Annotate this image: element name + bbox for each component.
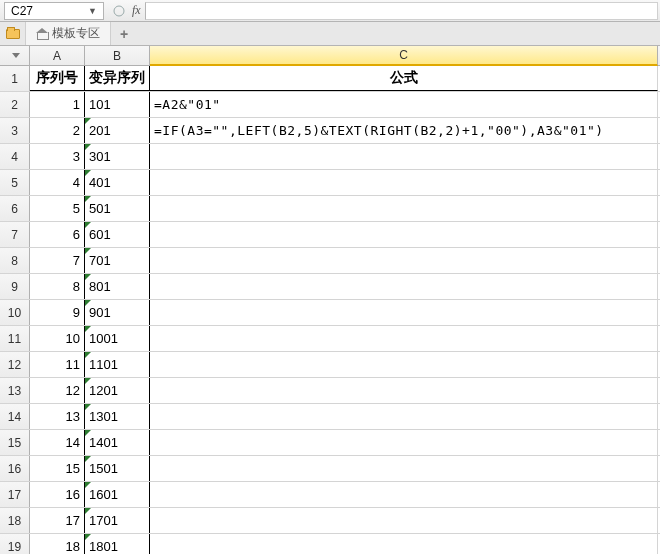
error-flag-icon	[85, 248, 91, 254]
cell[interactable]: 801	[85, 274, 150, 299]
cell[interactable]: 201	[85, 118, 150, 143]
cell[interactable]: 13	[30, 404, 85, 429]
row-header[interactable]: 7	[0, 222, 30, 247]
error-flag-icon	[85, 300, 91, 306]
cell[interactable]	[150, 534, 658, 554]
cell[interactable]: 1501	[85, 456, 150, 481]
col-header-B[interactable]: B	[85, 46, 150, 65]
cell[interactable]: 1701	[85, 508, 150, 533]
cell[interactable]: 101	[85, 92, 150, 117]
cell[interactable]	[150, 274, 658, 299]
select-all-corner[interactable]	[0, 46, 30, 65]
cell[interactable]: 701	[85, 248, 150, 273]
cell[interactable]: 601	[85, 222, 150, 247]
row-header[interactable]: 15	[0, 430, 30, 455]
cell[interactable]: 1301	[85, 404, 150, 429]
row-header[interactable]: 4	[0, 144, 30, 169]
cell[interactable]: 901	[85, 300, 150, 325]
formula-bar-row: C27 ▼ fx	[0, 0, 660, 22]
row-header[interactable]: 6	[0, 196, 30, 221]
chevron-down-icon[interactable]: ▼	[88, 6, 97, 16]
row-header[interactable]: 11	[0, 326, 30, 351]
cell[interactable]: 12	[30, 378, 85, 403]
cell[interactable]: 8	[30, 274, 85, 299]
add-tab-button[interactable]: +	[111, 22, 137, 45]
cell[interactable]: 2	[30, 118, 85, 143]
row-header[interactable]: 12	[0, 352, 30, 377]
cell[interactable]	[150, 404, 658, 429]
table-row: 17161601	[0, 482, 660, 508]
fx-icon[interactable]: fx	[132, 3, 141, 18]
cell[interactable]: 16	[30, 482, 85, 507]
cell[interactable]: 6	[30, 222, 85, 247]
row-header[interactable]: 1	[0, 66, 30, 91]
name-box[interactable]: C27 ▼	[4, 2, 104, 20]
cell[interactable]	[150, 378, 658, 403]
cell[interactable]: 501	[85, 196, 150, 221]
row-header[interactable]: 14	[0, 404, 30, 429]
cell[interactable]: 401	[85, 170, 150, 195]
column-headers: A B C	[0, 46, 660, 66]
accept-icon[interactable]	[110, 2, 128, 20]
row-header[interactable]: 10	[0, 300, 30, 325]
table-row: 76601	[0, 222, 660, 248]
row-header[interactable]: 3	[0, 118, 30, 143]
name-box-value: C27	[11, 4, 88, 18]
formula-input[interactable]	[145, 2, 658, 20]
cell[interactable]: 公式	[150, 66, 658, 91]
cell[interactable]: =IF(A3="",LEFT(B2,5)&TEXT(RIGHT(B2,2)+1,…	[150, 118, 658, 143]
cell[interactable]: 4	[30, 170, 85, 195]
cell[interactable]: 1201	[85, 378, 150, 403]
row-header[interactable]: 5	[0, 170, 30, 195]
cell[interactable]	[150, 482, 658, 507]
row-header[interactable]: 16	[0, 456, 30, 481]
cell[interactable]: 7	[30, 248, 85, 273]
cell[interactable]: 1101	[85, 352, 150, 377]
cell[interactable]: 1	[30, 92, 85, 117]
cell[interactable]	[150, 144, 658, 169]
cell[interactable]: =A2&"01"	[150, 92, 658, 117]
col-header-A[interactable]: A	[30, 46, 85, 65]
row-header[interactable]: 8	[0, 248, 30, 273]
cell[interactable]: 序列号	[30, 66, 85, 91]
open-folder-button[interactable]	[0, 22, 26, 45]
row-header[interactable]: 13	[0, 378, 30, 403]
tab-template-zone[interactable]: 模板专区	[26, 22, 111, 45]
cell[interactable]	[150, 222, 658, 247]
cell[interactable]: 1601	[85, 482, 150, 507]
cell[interactable]: 3	[30, 144, 85, 169]
cell[interactable]: 11	[30, 352, 85, 377]
cell[interactable]: 1801	[85, 534, 150, 554]
folder-icon	[6, 29, 20, 39]
cell[interactable]	[150, 300, 658, 325]
cell[interactable]	[150, 170, 658, 195]
cell[interactable]	[150, 326, 658, 351]
col-header-C[interactable]: C	[150, 46, 658, 66]
cell[interactable]: 变异序列	[85, 66, 150, 91]
cell[interactable]	[150, 196, 658, 221]
cell[interactable]	[150, 430, 658, 455]
row-header[interactable]: 18	[0, 508, 30, 533]
error-flag-icon	[85, 534, 91, 540]
cell[interactable]: 1401	[85, 430, 150, 455]
home-icon	[36, 28, 48, 40]
cell[interactable]: 1001	[85, 326, 150, 351]
cell[interactable]	[150, 352, 658, 377]
cell[interactable]	[150, 508, 658, 533]
cell[interactable]: 14	[30, 430, 85, 455]
cell[interactable]: 10	[30, 326, 85, 351]
row-header[interactable]: 2	[0, 92, 30, 117]
table-row: 32201=IF(A3="",LEFT(B2,5)&TEXT(RIGHT(B2,…	[0, 118, 660, 144]
cell[interactable]: 15	[30, 456, 85, 481]
cell[interactable]	[150, 248, 658, 273]
cell[interactable]: 18	[30, 534, 85, 554]
row-header[interactable]: 19	[0, 534, 30, 554]
cell[interactable]: 9	[30, 300, 85, 325]
row-header[interactable]: 9	[0, 274, 30, 299]
cell[interactable]	[150, 456, 658, 481]
cell[interactable]: 5	[30, 196, 85, 221]
error-flag-icon	[85, 456, 91, 462]
row-header[interactable]: 17	[0, 482, 30, 507]
cell[interactable]: 301	[85, 144, 150, 169]
cell[interactable]: 17	[30, 508, 85, 533]
